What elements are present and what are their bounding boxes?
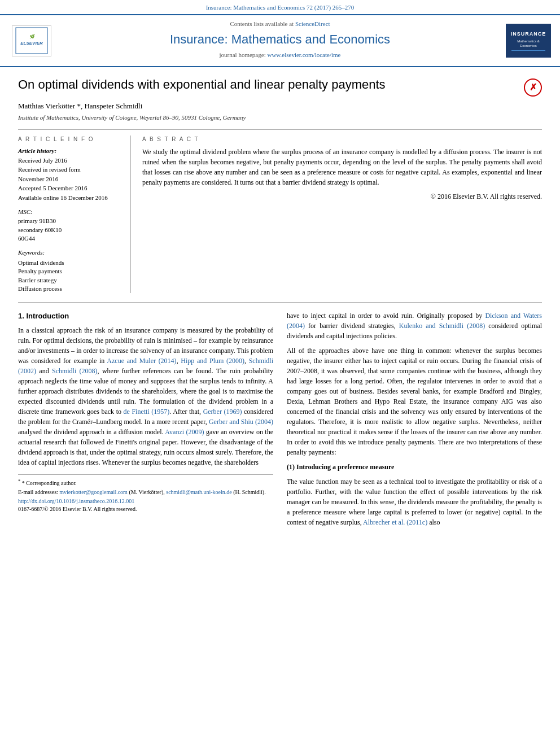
abstract-text: We study the optimal dividend problem wh… bbox=[142, 147, 542, 187]
journal-header: 🌿 ELSEVIER Contents lists available at S… bbox=[0, 15, 560, 67]
subsection-1-heading: (1) Introducing a preference measure bbox=[287, 463, 394, 471]
svg-text:🌿: 🌿 bbox=[29, 34, 36, 39]
main-content: On optimal dividends with exponential an… bbox=[0, 67, 560, 541]
insurance-logo: INSURANCE Mathematics & Economics bbox=[506, 24, 551, 58]
keyword-1: Penalty payments bbox=[18, 267, 121, 276]
crossmark-icon[interactable]: ✗ bbox=[524, 78, 542, 97]
right-para-0: have to inject capital in order to avoid… bbox=[287, 311, 542, 341]
contents-label: Contents lists available at bbox=[230, 20, 294, 27]
body-content: 1. Introduction In a classical approach … bbox=[18, 302, 542, 532]
contents-line: Contents lists available at ScienceDirec… bbox=[54, 20, 506, 28]
homepage-label: journal homepage: bbox=[220, 51, 266, 58]
authors: Matthias Vierkötter *, Hanspeter Schmidl… bbox=[18, 101, 542, 111]
right-para-2: (1) Introducing a preference measure bbox=[287, 462, 542, 472]
ref-gerber1969[interactable]: Gerber (1969) bbox=[203, 408, 242, 416]
journal-title: Insurance: Mathematics and Economics bbox=[54, 31, 506, 49]
affiliation: Institute of Mathematics, University of … bbox=[18, 113, 542, 122]
keyword-0: Optimal dividends bbox=[18, 259, 121, 267]
ref-hipp[interactable]: Hipp and Plum (2000) bbox=[181, 357, 244, 365]
keyword-3: Diffusion process bbox=[18, 285, 121, 293]
keywords-label: Keywords: bbox=[18, 248, 121, 257]
history-item-2: November 2016 bbox=[18, 175, 121, 184]
homepage-link[interactable]: www.elsevier.com/locate/ime bbox=[267, 51, 340, 58]
intro-section-title: 1. Introduction bbox=[18, 311, 273, 322]
history-item-0: Received July 2016 bbox=[18, 156, 121, 165]
email1-name: (M. Vierkötter), bbox=[129, 489, 164, 495]
elsevier-logo: 🌿 ELSEVIER bbox=[9, 25, 54, 56]
citation-text: Insurance: Mathematics and Economics 72 … bbox=[206, 4, 355, 11]
ref-gerber-shiu[interactable]: Gerber and Shiu (2004) bbox=[209, 418, 273, 426]
journal-header-center: Contents lists available at ScienceDirec… bbox=[54, 20, 506, 62]
ref-kulenko[interactable]: Kulenko and Schmidli (2008) bbox=[399, 322, 485, 330]
email2-link[interactable]: schmidli@math.uni-koeln.de bbox=[166, 489, 231, 495]
body-col-right: have to inject capital in order to avoid… bbox=[287, 311, 542, 532]
ref-definetti[interactable]: de Finetti (1957) bbox=[124, 408, 170, 416]
ref-azcue[interactable]: Azcue and Muler (2014) bbox=[107, 357, 176, 365]
article-history-label: Article history: bbox=[18, 147, 121, 155]
msc-label: MSC: bbox=[18, 208, 121, 216]
keyword-2: Barrier strategy bbox=[18, 276, 121, 285]
article-info-heading: A R T I C L E I N F O bbox=[18, 136, 121, 143]
svg-text:ELSEVIER: ELSEVIER bbox=[20, 41, 43, 46]
history-item-1: Received in revised form bbox=[18, 165, 121, 174]
doi-link[interactable]: http://dx.doi.org/10.1016/j.insmatheco.2… bbox=[18, 498, 134, 504]
top-citation: Insurance: Mathematics and Economics 72 … bbox=[0, 0, 560, 15]
doi-line: http://dx.doi.org/10.1016/j.insmatheco.2… bbox=[18, 497, 273, 505]
history-item-3: Accepted 5 December 2016 bbox=[18, 184, 121, 193]
page-wrapper: Insurance: Mathematics and Economics 72 … bbox=[0, 0, 560, 747]
ref-schmidli2008[interactable]: Schmidli (2008) bbox=[52, 367, 98, 375]
msc-item-1: secondary 60K10 bbox=[18, 226, 121, 234]
homepage-line: journal homepage: www.elsevier.com/locat… bbox=[54, 51, 506, 59]
email1-link[interactable]: mvierkotter@googlemail.com bbox=[59, 489, 128, 495]
ref-albrecher[interactable]: Albrecher et al. (2011c) bbox=[363, 518, 427, 526]
article-info-column: A R T I C L E I N F O Article history: R… bbox=[18, 136, 131, 294]
article-info-abstract: A R T I C L E I N F O Article history: R… bbox=[18, 129, 542, 294]
msc-item-2: 60G44 bbox=[18, 234, 121, 243]
copyright: © 2016 Elsevier B.V. All rights reserved… bbox=[142, 192, 542, 202]
article-title: On optimal dividends with exponential an… bbox=[18, 76, 524, 94]
footnote-area: * * Corresponding author. E-mail address… bbox=[18, 474, 273, 513]
keywords-section: Keywords: Optimal dividends Penalty paym… bbox=[18, 248, 121, 293]
ref-avanzi[interactable]: Avanzi (2009) bbox=[165, 428, 204, 436]
msc-item-0: primary 91B30 bbox=[18, 217, 121, 225]
abstract-heading: A B S T R A C T bbox=[142, 136, 542, 143]
history-item-4: Available online 16 December 2016 bbox=[18, 194, 121, 202]
right-para-1: All of the approaches above have one thi… bbox=[287, 346, 542, 457]
corresponding-label: * * Corresponding author. bbox=[18, 478, 273, 487]
issn-line: 0167-6687/© 2016 Elsevier B.V. All right… bbox=[18, 505, 273, 513]
intro-para-0: In a classical approach the risk of an i… bbox=[18, 325, 273, 468]
article-title-row: On optimal dividends with exponential an… bbox=[18, 76, 542, 97]
authors-text: Matthias Vierkötter *, Hanspeter Schmidl… bbox=[18, 102, 142, 110]
msc-section: MSC: primary 91B30 secondary 60K10 60G44 bbox=[18, 208, 121, 243]
right-para-3: The value function may be seen as a tech… bbox=[287, 477, 542, 527]
intro-title: Introduction bbox=[26, 312, 69, 320]
email2-name: (H. Schmidli). bbox=[233, 489, 266, 495]
sciencedirect-link[interactable]: ScienceDirect bbox=[295, 20, 330, 27]
abstract-column: A B S T R A C T We study the optimal div… bbox=[131, 136, 542, 294]
intro-number: 1. bbox=[18, 312, 24, 320]
body-col-left: 1. Introduction In a classical approach … bbox=[18, 311, 273, 532]
elsevier-logo-img: 🌿 ELSEVIER bbox=[12, 25, 51, 56]
email-line: E-mail addresses: mvierkotter@googlemail… bbox=[18, 488, 273, 496]
